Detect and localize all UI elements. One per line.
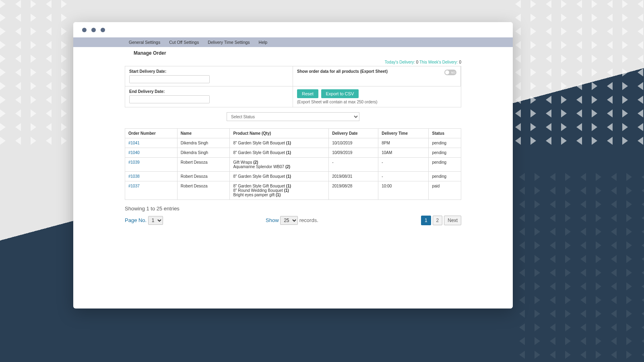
- table-row: #1039Robert DesozaGift Wraps (2)Aquamari…: [125, 158, 461, 172]
- delivery-time: 8PM: [378, 138, 429, 148]
- window-dot: [101, 28, 105, 32]
- customer-name: Robert Desoza: [177, 172, 230, 181]
- page-title: Manage Order: [73, 47, 513, 56]
- col-order-number: Order Number: [125, 129, 178, 138]
- tab-general-settings[interactable]: General Settings: [129, 40, 160, 45]
- start-delivery-date-input[interactable]: [129, 75, 210, 83]
- page-no-label: Page No.: [125, 217, 147, 223]
- delivery-time: 10:00: [378, 181, 429, 200]
- status: pending: [429, 172, 461, 181]
- product-cell: 8" Garden Style Gift Bouquet (1): [230, 148, 329, 158]
- entries-text: Showing 1 to 25 entries: [125, 206, 461, 212]
- start-delivery-date-label: Start Delivery Date:: [129, 69, 289, 74]
- page-button-2[interactable]: 2: [433, 216, 443, 225]
- order-link[interactable]: #1039: [128, 160, 140, 165]
- customer-name: Robert Desoza: [177, 181, 230, 200]
- table-row: #1037Robert Desoza8" Garden Style Gift B…: [125, 181, 461, 200]
- delivery-time: -: [378, 158, 429, 172]
- delivery-date: 2019/08/28: [329, 181, 378, 200]
- col-product-name-qty: Product Name (Qty): [230, 129, 329, 138]
- reset-button[interactable]: Reset: [297, 89, 318, 98]
- product-cell: 8" Garden Style Gift Bouquet (1): [230, 138, 329, 148]
- pagination: Showing 1 to 25 entries Page No. 1 Show …: [125, 206, 461, 225]
- table-row: #1040Dikendra Singh8" Garden Style Gift …: [125, 148, 461, 158]
- export-toggle[interactable]: NO: [444, 70, 456, 75]
- tab-cut-off-settings[interactable]: Cut Off Settings: [169, 40, 199, 45]
- delivery-date: -: [329, 158, 378, 172]
- delivery-date: 2019/08/31: [329, 172, 378, 181]
- todays-delivery-label: Today's Delivery:: [385, 60, 415, 64]
- window-dot: [82, 28, 87, 32]
- order-link[interactable]: #1040: [128, 150, 140, 155]
- nav-tabs: General Settings Cut Off Settings Delive…: [73, 37, 513, 47]
- table-row: #1041Dikendra Singh8" Garden Style Gift …: [125, 138, 461, 148]
- page-no-select[interactable]: 1: [148, 216, 163, 225]
- export-toggle-label: Show order data for all products (Export…: [297, 69, 456, 74]
- customer-name: Dikendra Singh: [177, 138, 230, 148]
- status: pending: [429, 158, 461, 172]
- end-delivery-date-input[interactable]: [129, 95, 210, 103]
- product-cell: 8" Garden Style Gift Bouquet (1): [230, 172, 329, 181]
- show-label: Show: [266, 217, 279, 223]
- status-select[interactable]: Select Status: [227, 112, 359, 121]
- window-dot: [91, 28, 96, 32]
- end-delivery-date-label: End Delivery Date:: [129, 89, 289, 94]
- status: pending: [429, 138, 461, 148]
- product-cell: Gift Wraps (2)Aquamarine Splendor WB07 (…: [230, 158, 329, 172]
- delivery-stats: Today's Delivery: 0 This Week's Delivery…: [125, 60, 461, 64]
- table-row: #1038Robert Desoza8" Garden Style Gift B…: [125, 172, 461, 181]
- col-status: Status: [429, 129, 461, 138]
- delivery-date: 10/10/2019: [329, 138, 378, 148]
- delivery-time: 10AM: [378, 148, 429, 158]
- order-link[interactable]: #1041: [128, 141, 140, 145]
- window-titlebar: [73, 22, 513, 37]
- export-csv-button[interactable]: Export to CSV: [321, 89, 359, 98]
- todays-delivery-value: 0: [416, 60, 419, 64]
- show-records-select[interactable]: 25: [280, 216, 298, 225]
- status: paid: [429, 181, 461, 200]
- page-button-1[interactable]: 1: [421, 216, 431, 225]
- delivery-time: -: [378, 172, 429, 181]
- filter-panel: Start Delivery Date: Show order data for…: [125, 66, 461, 107]
- col-delivery-date: Delivery Date: [329, 129, 378, 138]
- this-weeks-delivery-label: This Week's Delivery:: [419, 60, 458, 64]
- app-window: General Settings Cut Off Settings Delive…: [73, 22, 513, 309]
- col-name: Name: [177, 129, 230, 138]
- export-hint: (Export Sheet will contain at max 250 or…: [297, 100, 457, 104]
- product-cell: 8" Garden Style Gift Bouquet (1)8" Round…: [230, 181, 329, 200]
- order-link[interactable]: #1038: [128, 174, 140, 179]
- status: pending: [429, 148, 461, 158]
- records-label: records.: [299, 217, 318, 223]
- next-button[interactable]: Next: [444, 216, 461, 225]
- customer-name: Robert Desoza: [177, 158, 230, 172]
- orders-table: Order Number Name Product Name (Qty) Del…: [125, 128, 461, 200]
- delivery-date: 10/09/2019: [329, 148, 378, 158]
- customer-name: Dikendra Singh: [177, 148, 230, 158]
- col-delivery-time: Delivery Time: [378, 129, 429, 138]
- tab-help[interactable]: Help: [259, 40, 268, 45]
- order-link[interactable]: #1037: [128, 184, 140, 188]
- tab-delivery-time-settings[interactable]: Delivery Time Settings: [208, 40, 250, 45]
- this-weeks-delivery-value: 0: [459, 60, 461, 64]
